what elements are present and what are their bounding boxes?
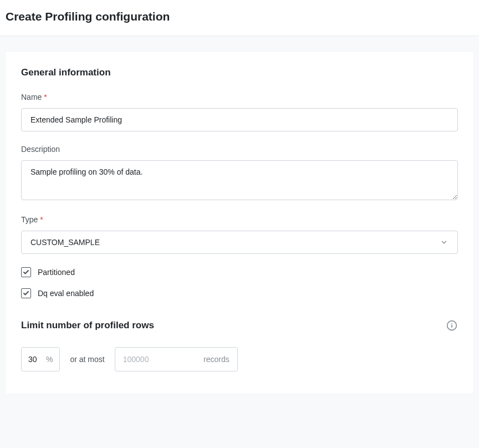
limit-section: Limit number of profiled rows % or at mo… bbox=[21, 319, 458, 371]
limit-title: Limit number of profiled rows bbox=[21, 320, 154, 331]
percent-input-group: % bbox=[21, 347, 60, 371]
svg-point-2 bbox=[451, 323, 452, 324]
percent-input[interactable] bbox=[28, 355, 46, 364]
records-input[interactable] bbox=[123, 355, 203, 364]
form-card: General information Name * Description S… bbox=[6, 52, 473, 394]
partitioned-checkbox[interactable] bbox=[21, 267, 31, 277]
percent-unit: % bbox=[46, 355, 53, 364]
dq-eval-label: Dq eval enabled bbox=[38, 289, 94, 298]
description-field: Description Sample profiling on 30% of d… bbox=[21, 145, 458, 202]
info-icon[interactable] bbox=[446, 319, 458, 332]
or-at-most-label: or at most bbox=[70, 355, 104, 364]
type-field: Type * CUSTOM_SAMPLE bbox=[21, 215, 458, 254]
page-title: Create Profiling configuration bbox=[6, 10, 473, 23]
page-header: Create Profiling configuration bbox=[0, 0, 479, 36]
partitioned-label: Partitioned bbox=[38, 268, 75, 277]
limit-header: Limit number of profiled rows bbox=[21, 319, 458, 332]
records-unit: records bbox=[203, 355, 230, 364]
type-label: Type * bbox=[21, 215, 458, 224]
required-asterisk: * bbox=[40, 215, 43, 224]
content-area: General information Name * Description S… bbox=[0, 36, 479, 399]
dq-eval-checkbox[interactable] bbox=[21, 288, 31, 298]
name-label: Name * bbox=[21, 93, 458, 101]
type-select-wrapper: CUSTOM_SAMPLE bbox=[21, 231, 458, 254]
name-field: Name * bbox=[21, 93, 458, 131]
dq-eval-row: Dq eval enabled bbox=[21, 288, 458, 298]
type-select[interactable]: CUSTOM_SAMPLE bbox=[21, 231, 458, 254]
partitioned-row: Partitioned bbox=[21, 267, 458, 277]
name-input[interactable] bbox=[21, 108, 458, 131]
general-section-title: General information bbox=[21, 67, 458, 78]
description-label: Description bbox=[21, 145, 458, 154]
records-input-group: records bbox=[115, 347, 238, 371]
required-asterisk: * bbox=[44, 93, 47, 101]
limit-row: % or at most records bbox=[21, 347, 458, 371]
description-input[interactable]: Sample profiling on 30% of data. bbox=[21, 160, 458, 200]
